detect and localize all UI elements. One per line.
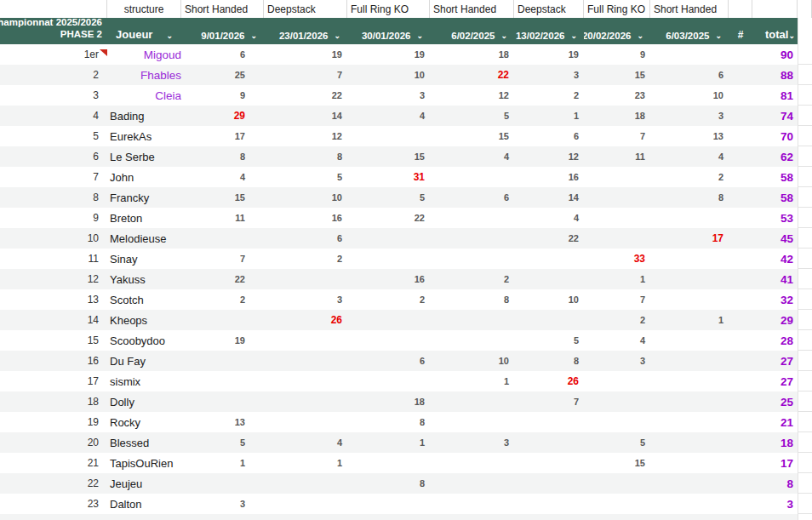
empty-row-fill[interactable] xyxy=(0,514,798,520)
hash-cell[interactable] xyxy=(729,391,752,412)
rank-cell[interactable]: 20 xyxy=(0,432,107,453)
player-name-cell[interactable]: Rocky xyxy=(107,412,181,432)
hash-cell[interactable] xyxy=(729,289,752,310)
hash-cell[interactable] xyxy=(729,187,752,208)
score-cell[interactable] xyxy=(264,494,347,514)
total-cell[interactable]: 25 xyxy=(752,391,798,412)
column-header-date-6[interactable]: 20/02/2026 ⌄ xyxy=(584,18,650,44)
score-cell[interactable]: 13 xyxy=(650,126,729,146)
blank-cell[interactable] xyxy=(729,0,752,18)
score-cell[interactable] xyxy=(584,228,650,249)
total-cell[interactable]: 90 xyxy=(752,44,798,65)
score-cell[interactable] xyxy=(347,249,430,269)
score-cell[interactable] xyxy=(181,371,264,391)
column-header-date-3[interactable]: 30/01/2026 ⌄ xyxy=(347,18,430,44)
score-cell[interactable]: 15 xyxy=(181,187,264,208)
rank-cell[interactable]: 23 xyxy=(0,494,107,514)
player-name-cell[interactable]: Melodieuse xyxy=(107,228,181,249)
score-cell[interactable]: 29 xyxy=(181,106,264,126)
hash-cell[interactable] xyxy=(729,167,752,187)
score-cell[interactable] xyxy=(584,167,650,187)
score-cell[interactable]: 6 xyxy=(347,351,430,371)
total-cell[interactable]: 42 xyxy=(752,249,798,269)
score-cell[interactable]: 12 xyxy=(514,146,584,167)
score-cell[interactable]: 1 xyxy=(650,310,729,330)
score-cell[interactable]: 3 xyxy=(584,351,650,371)
score-cell[interactable] xyxy=(430,228,514,249)
rank-cell[interactable]: 9 xyxy=(0,208,107,228)
column-header-joueur[interactable]: Joueur ⌄ xyxy=(107,18,181,44)
rank-cell[interactable]: 1er xyxy=(0,44,107,65)
score-cell[interactable]: 31 xyxy=(347,167,430,187)
score-cell[interactable] xyxy=(584,494,650,514)
score-cell[interactable] xyxy=(430,208,514,228)
score-cell[interactable] xyxy=(584,391,650,412)
score-cell[interactable]: 17 xyxy=(650,228,729,249)
hash-cell[interactable] xyxy=(729,351,752,371)
total-cell[interactable]: 62 xyxy=(752,146,798,167)
score-cell[interactable]: 15 xyxy=(584,65,650,85)
score-cell[interactable] xyxy=(650,269,729,289)
player-name-cell[interactable]: Blessed xyxy=(107,432,181,453)
player-name-cell[interactable]: Fhables xyxy=(107,65,181,85)
score-cell[interactable]: 3 xyxy=(650,106,729,126)
rank-cell[interactable]: 15 xyxy=(0,330,107,351)
score-cell[interactable] xyxy=(650,208,729,228)
filter-chevron-icon[interactable]: ⌄ xyxy=(416,31,423,40)
total-cell[interactable]: 28 xyxy=(752,330,798,351)
score-cell[interactable]: 26 xyxy=(264,310,347,330)
score-cell[interactable] xyxy=(430,249,514,269)
score-cell[interactable]: 2 xyxy=(347,289,430,310)
score-cell[interactable] xyxy=(584,473,650,494)
score-cell[interactable]: 14 xyxy=(264,106,347,126)
score-cell[interactable]: 26 xyxy=(514,371,584,391)
score-cell[interactable] xyxy=(430,453,514,473)
score-cell[interactable]: 1 xyxy=(514,106,584,126)
score-cell[interactable]: 6 xyxy=(650,65,729,85)
player-name-cell[interactable]: John xyxy=(107,167,181,187)
score-cell[interactable]: 7 xyxy=(264,65,347,85)
score-cell[interactable]: 6 xyxy=(430,187,514,208)
column-header-hash[interactable]: # xyxy=(729,18,752,44)
score-cell[interactable] xyxy=(347,228,430,249)
rank-cell[interactable]: 13 xyxy=(0,289,107,310)
score-cell[interactable]: 2 xyxy=(650,167,729,187)
score-cell[interactable] xyxy=(264,371,347,391)
column-header-date-2[interactable]: 23/01/2026 ⌄ xyxy=(264,18,347,44)
hash-cell[interactable] xyxy=(729,106,752,126)
structure-row-label[interactable]: structure xyxy=(107,0,181,18)
score-cell[interactable]: 8 xyxy=(430,289,514,310)
score-cell[interactable]: 8 xyxy=(650,187,729,208)
hash-cell[interactable] xyxy=(729,269,752,289)
total-cell[interactable]: 53 xyxy=(752,208,798,228)
score-cell[interactable] xyxy=(514,269,584,289)
player-name-cell[interactable]: Kheops xyxy=(107,310,181,330)
rank-cell[interactable]: 5 xyxy=(0,126,107,146)
score-cell[interactable] xyxy=(514,453,584,473)
total-cell[interactable]: 32 xyxy=(752,289,798,310)
total-cell[interactable]: 58 xyxy=(752,167,798,187)
score-cell[interactable]: 1 xyxy=(181,453,264,473)
rank-cell[interactable]: 3 xyxy=(0,85,107,106)
corner-blank-cell[interactable] xyxy=(0,0,107,18)
score-cell[interactable]: 2 xyxy=(264,249,347,269)
score-cell[interactable]: 5 xyxy=(584,432,650,453)
rank-cell[interactable]: 12 xyxy=(0,269,107,289)
score-cell[interactable]: 7 xyxy=(584,126,650,146)
player-name-cell[interactable]: Le Serbe xyxy=(107,146,181,167)
score-cell[interactable] xyxy=(264,391,347,412)
total-cell[interactable]: 74 xyxy=(752,106,798,126)
score-cell[interactable]: 18 xyxy=(347,391,430,412)
player-name-cell[interactable]: Migoud xyxy=(107,44,181,65)
score-cell[interactable] xyxy=(347,453,430,473)
column-header-date-4[interactable]: 6/02/2025 ⌄ xyxy=(430,18,514,44)
score-cell[interactable] xyxy=(650,249,729,269)
score-cell[interactable]: 6 xyxy=(514,126,584,146)
score-cell[interactable]: 3 xyxy=(514,65,584,85)
score-cell[interactable]: 8 xyxy=(181,146,264,167)
player-name-cell[interactable]: Scotch xyxy=(107,289,181,310)
score-cell[interactable] xyxy=(584,187,650,208)
rank-cell[interactable]: 19 xyxy=(0,412,107,432)
score-cell[interactable]: 16 xyxy=(347,269,430,289)
score-cell[interactable]: 8 xyxy=(264,146,347,167)
